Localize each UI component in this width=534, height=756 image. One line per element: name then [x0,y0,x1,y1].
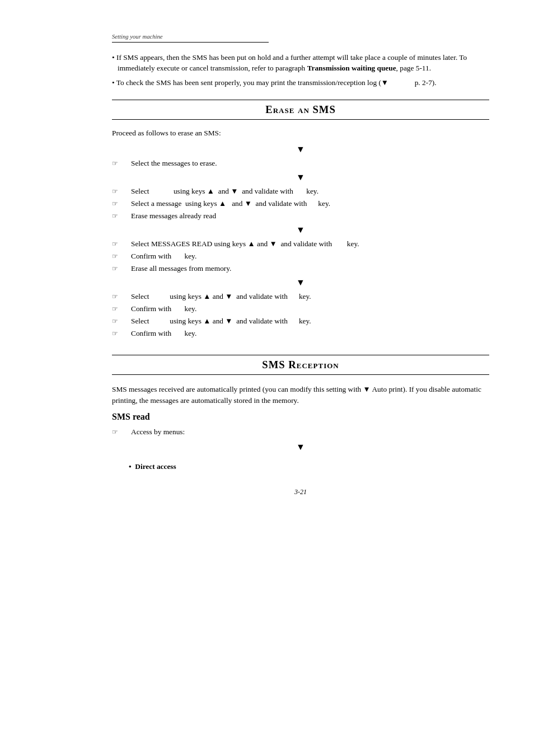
step-confirm-2: ☞ Confirm with key. [112,303,489,314]
erase-sms-title: Erase an SMS [265,104,336,115]
step-icon-11: ☞ [112,328,128,339]
step-text-10: Select using keys ▲ and ▼ and validate w… [131,316,489,327]
step-text-5: Select MESSAGES READ using keys ▲ and ▼ … [131,238,489,250]
step-confirm-3: ☞ Confirm with key. [112,328,489,339]
step-icon-3: ☞ [112,199,128,209]
sms-read-heading: SMS read [112,412,489,422]
step-text-6: Confirm with key. [131,251,489,262]
step-text-3: Select a message using keys ▲ and ▼ and … [131,198,489,209]
erase-rule-bottom [112,119,489,120]
arrow-4: ▼ [146,278,456,288]
sms-reception-rule-bottom [112,374,489,375]
sms-reception-title: SMS Reception [262,359,339,370]
page-number: 3-21 [112,488,489,496]
intro-bullets: If SMS appears, then the SMS has been pu… [112,53,489,88]
step-icon-12: ☞ [112,427,128,437]
step-icon-9: ☞ [112,304,128,314]
arrow-2: ▼ [146,172,456,182]
direct-access-label: • Direct access [112,462,489,471]
step-select-message: ☞ Select a message using keys ▲ and ▼ an… [112,198,489,209]
step-icon-10: ☞ [112,316,128,326]
erase-sms-section-title-block: Erase an SMS [112,100,489,120]
page: Setting your machine If SMS appears, the… [0,0,534,756]
step-icon-4: ☞ [112,211,128,221]
step-icon-2: ☞ [112,186,128,196]
step-access-menus: ☞ Access by menus: [112,426,489,438]
step-icon-5: ☞ [112,239,128,249]
sms-reception-rule-top [112,355,489,355]
step-text-1: Select the messages to erase. [131,158,489,169]
bullet-2: To check the SMS has been sent properly,… [112,78,489,88]
step-text-8: Select using keys ▲ and ▼ and validate w… [131,291,489,302]
step-text-7: Erase all messages from memory. [131,263,489,274]
sms-reception-section-title-block: SMS Reception [112,355,489,375]
step-select-keys-2: ☞ Select using keys ▲ and ▼ and validate… [112,291,489,302]
step-erase-read: ☞ Erase messages already read [112,210,489,222]
step-select-messages-read: ☞ Select MESSAGES READ using keys ▲ and … [112,238,489,250]
step-text-9: Confirm with key. [131,303,489,314]
direct-access-text: Direct access [135,462,176,471]
erase-intro: Proceed as follows to erase an SMS: [112,129,489,138]
step-icon-7: ☞ [112,264,128,274]
arrow-5: ▼ [146,442,456,452]
header-rule [112,42,269,43]
step-icon-1: ☞ [112,158,128,168]
erase-rule-top [112,100,489,100]
arrow-1: ▼ [146,144,456,154]
step-select-keys-3: ☞ Select using keys ▲ and ▼ and validate… [112,316,489,327]
step-select-messages: ☞ Select the messages to erase. [112,158,489,169]
sms-reception-intro: SMS messages received are automatically … [112,384,489,406]
step-confirm-1: ☞ Confirm with key. [112,251,489,262]
step-erase-all: ☞ Erase all messages from memory. [112,263,489,274]
bullet-direct: • Direct access [129,462,176,471]
arrow-3: ▼ [146,225,456,235]
step-icon-8: ☞ [112,292,128,302]
step-text-11: Confirm with key. [131,328,489,339]
step-icon-6: ☞ [112,251,128,261]
header-label: Setting your machine [112,34,489,40]
bullet-1: If SMS appears, then the SMS has been pu… [112,53,489,73]
step-select-keys: ☞ Select using keys ▲ and ▼ and validate… [112,186,489,197]
step-text-4: Erase messages already read [131,210,489,222]
step-text-2: Select using keys ▲ and ▼ and validate w… [131,186,489,197]
step-text-12: Access by menus: [131,426,489,438]
